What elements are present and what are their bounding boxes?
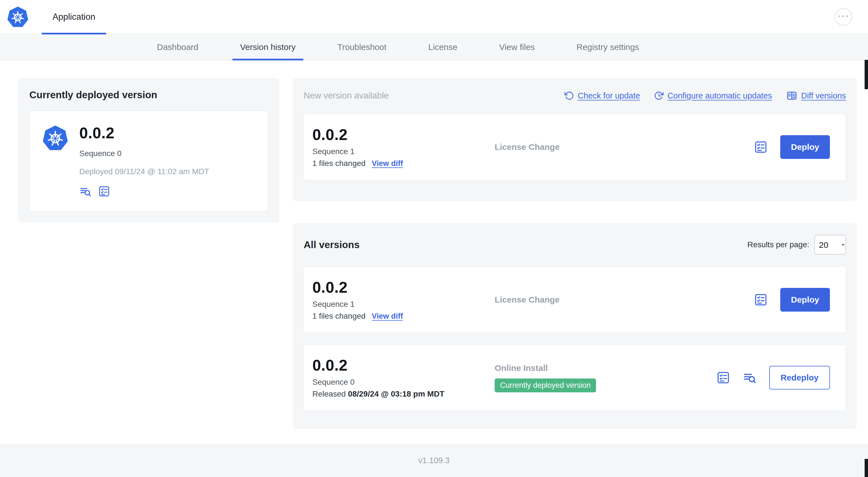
version-source: License Change bbox=[495, 142, 754, 152]
deployed-sequence: Sequence 0 bbox=[79, 149, 209, 158]
version-info: 0.0.2 Sequence 1 1 files changed View di… bbox=[312, 126, 495, 168]
deploy-button[interactable]: Deploy bbox=[780, 135, 830, 159]
tab-troubleshoot[interactable]: Troubleshoot bbox=[330, 34, 394, 60]
source-label: License Change bbox=[495, 295, 560, 304]
currently-deployed-badge: Currently deployed version bbox=[495, 379, 596, 392]
diff-versions-label: Diff versions bbox=[801, 91, 846, 100]
deploy-button[interactable]: Deploy bbox=[780, 288, 830, 311]
version-source: License Change bbox=[495, 295, 754, 304]
version-row: 0.0.2 Sequence 0 Released 08/29/24 @ 03:… bbox=[304, 344, 846, 411]
released-line: Released 08/29/24 @ 03:18 pm MDT bbox=[312, 389, 495, 398]
version-number: 0.0.2 bbox=[312, 126, 495, 143]
schedule-icon bbox=[654, 91, 664, 100]
currently-deployed-panel: Currently deployed version bbox=[18, 78, 279, 223]
released-date: 08/29/24 @ 03:18 pm MDT bbox=[348, 389, 444, 398]
tab-dashboard[interactable]: Dashboard bbox=[149, 34, 206, 60]
tab-application-label: Application bbox=[53, 12, 95, 22]
version-row-actions: Deploy bbox=[754, 288, 830, 311]
more-options-button[interactable]: ··· bbox=[835, 8, 852, 26]
deployed-version-info: 0.0.2 Sequence 0 Deployed 09/11/24 @ 11:… bbox=[79, 124, 209, 198]
release-notes-icon[interactable] bbox=[716, 370, 730, 385]
release-notes-icon[interactable] bbox=[754, 293, 768, 307]
tab-view-files[interactable]: View files bbox=[492, 34, 542, 60]
tab-license[interactable]: License bbox=[421, 34, 465, 60]
version-actions: Check for update Configure automatic up bbox=[564, 90, 846, 101]
version-rows: 0.0.2 Sequence 1 1 files changed View di… bbox=[304, 266, 846, 411]
release-notes-icon[interactable] bbox=[754, 140, 768, 154]
files-changed-label: 1 files changed bbox=[312, 311, 365, 321]
top-header: Application ··· bbox=[0, 0, 868, 34]
new-version-title: New version available bbox=[304, 91, 389, 101]
version-source: Online Install Currently deployed versio… bbox=[495, 363, 716, 392]
check-for-update-label: Check for update bbox=[578, 91, 640, 100]
deployed-timestamp: Deployed 09/11/24 @ 11:02 am MDT bbox=[79, 167, 209, 176]
kots-admin-screen: Application ··· Dashboard Version histor… bbox=[0, 0, 868, 477]
scrollbar-thumb[interactable] bbox=[865, 459, 868, 477]
new-version-panel: New version available Check for update bbox=[293, 78, 857, 201]
redeploy-button[interactable]: Redeploy bbox=[769, 366, 830, 389]
kubernetes-logo-icon bbox=[7, 6, 29, 28]
admin-console-version: v1.109.3 bbox=[418, 456, 450, 465]
app-subnav: Dashboard Version history Troubleshoot L… bbox=[0, 34, 868, 60]
released-prefix: Released bbox=[312, 389, 348, 398]
results-per-page: Results per page: 20 bbox=[747, 235, 846, 255]
diff-versions-link[interactable]: Diff versions bbox=[786, 90, 846, 101]
version-sequence: Sequence 1 bbox=[312, 147, 495, 156]
tab-application[interactable]: Application bbox=[42, 0, 106, 34]
all-versions-header: All versions Results per page: 20 bbox=[304, 235, 846, 255]
right-column: New version available Check for update bbox=[293, 78, 857, 429]
version-info: 0.0.2 Sequence 0 Released 08/29/24 @ 03:… bbox=[312, 357, 495, 399]
view-logs-icon[interactable] bbox=[743, 370, 757, 385]
application-icon bbox=[42, 124, 69, 152]
new-version-header: New version available Check for update bbox=[304, 90, 846, 101]
scrollbar-thumb[interactable] bbox=[865, 60, 868, 89]
refresh-icon bbox=[564, 91, 574, 100]
main-content: Currently deployed version bbox=[0, 60, 868, 429]
view-diff-link[interactable]: View diff bbox=[372, 312, 403, 321]
files-changed-line: 1 files changed View diff bbox=[312, 159, 495, 168]
currently-deployed-title: Currently deployed version bbox=[29, 89, 268, 100]
configure-automatic-updates-link[interactable]: Configure automatic updates bbox=[654, 91, 772, 100]
version-sequence: Sequence 0 bbox=[312, 378, 495, 387]
results-per-page-label: Results per page: bbox=[747, 240, 809, 249]
check-for-update-link[interactable]: Check for update bbox=[564, 91, 640, 100]
version-row-actions: Deploy bbox=[754, 135, 830, 159]
configure-automatic-updates-label: Configure automatic updates bbox=[668, 91, 772, 100]
source-label: License Change bbox=[495, 142, 560, 152]
version-info: 0.0.2 Sequence 1 1 files changed View di… bbox=[312, 279, 495, 321]
version-number: 0.0.2 bbox=[312, 279, 495, 296]
release-notes-icon[interactable] bbox=[98, 185, 110, 198]
source-label: Online Install bbox=[495, 363, 548, 373]
version-number: 0.0.2 bbox=[312, 357, 495, 374]
version-row: 0.0.2 Sequence 1 1 files changed View di… bbox=[304, 266, 846, 333]
all-versions-panel: All versions Results per page: 20 0.0.2 … bbox=[293, 223, 857, 429]
deployed-version-card: 0.0.2 Sequence 0 Deployed 09/11/24 @ 11:… bbox=[29, 111, 268, 211]
version-sequence: Sequence 1 bbox=[312, 300, 495, 309]
deployed-actions bbox=[79, 185, 209, 198]
files-changed-line: 1 files changed View diff bbox=[312, 311, 495, 321]
files-changed-label: 1 files changed bbox=[312, 159, 365, 168]
view-diff-link[interactable]: View diff bbox=[372, 159, 403, 168]
tab-version-history[interactable]: Version history bbox=[232, 34, 303, 60]
footer: v1.109.3 bbox=[0, 444, 868, 477]
all-versions-title: All versions bbox=[304, 239, 360, 250]
new-version-card: 0.0.2 Sequence 1 1 files changed View di… bbox=[304, 114, 846, 180]
view-logs-icon[interactable] bbox=[79, 185, 92, 198]
results-per-page-select[interactable]: 20 bbox=[814, 235, 846, 255]
tab-registry-settings[interactable]: Registry settings bbox=[569, 34, 647, 60]
version-row-actions: Redeploy bbox=[716, 366, 830, 389]
diff-icon bbox=[786, 90, 798, 101]
deployed-version-number: 0.0.2 bbox=[79, 124, 209, 142]
